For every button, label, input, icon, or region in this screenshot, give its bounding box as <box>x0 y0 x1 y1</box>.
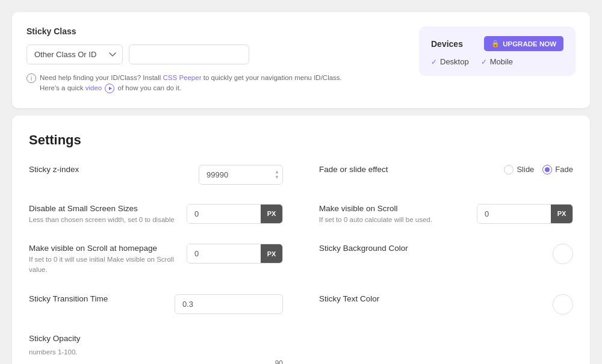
sticky-opacity-row: Sticky Opacity numbers 1-100. 90 <box>29 334 283 364</box>
sticky-zindex-label-group: Sticky z-index <box>29 165 189 176</box>
disable-small-row: Disable at Small Screen Sizes Less than … <box>29 204 283 225</box>
settings-grid: Sticky z-index 99990 ▲ ▼ Fade or slide e… <box>29 165 573 275</box>
radio-group: Slide Fade <box>504 165 573 174</box>
sticky-zindex-row: Sticky z-index 99990 ▲ ▼ <box>29 165 283 185</box>
radio-fade-label: Fade <box>555 165 573 174</box>
sticky-zindex-label: Sticky z-index <box>29 165 189 174</box>
class-text-input[interactable] <box>129 45 249 64</box>
make-visible-homepage-desc: If set to 0 it will use initial Make vis… <box>29 254 177 274</box>
sticky-text-color-control <box>553 294 573 315</box>
make-visible-scroll-label: Make visible on Scroll <box>319 204 467 213</box>
sticky-opacity-label: Sticky Opacity <box>29 334 283 343</box>
class-dropdown[interactable]: Other Class Or ID <box>26 45 123 64</box>
sticky-opacity-slider-wrap: 90 <box>29 359 283 364</box>
sticky-text-color-picker[interactable] <box>553 294 573 315</box>
info-text: Need help finding your ID/Class? Install… <box>40 73 342 94</box>
info-icon: i <box>26 73 36 83</box>
device-desktop[interactable]: ✓ Desktop <box>431 57 469 66</box>
disable-small-input[interactable] <box>187 205 261 223</box>
sticky-opacity-value: 90 <box>29 359 283 364</box>
lock-icon: 🔒 <box>491 40 500 48</box>
make-visible-scroll-desc: If set to 0 auto calculate will be used. <box>319 215 467 225</box>
make-visible-scroll-control: PX <box>477 204 573 224</box>
radio-slide[interactable]: Slide <box>504 165 534 174</box>
make-visible-homepage-input[interactable] <box>187 244 261 263</box>
make-visible-homepage-px-group: PX <box>187 244 283 264</box>
info-row: i Need help finding your ID/Class? Insta… <box>26 73 395 94</box>
settings-bottom-grid: Sticky Transition Time Sticky Text Color… <box>29 294 573 364</box>
devices-header: Devices 🔒 UPGRADE NOW <box>431 36 563 51</box>
fade-slide-label-group: Fade or slide effect <box>319 165 494 176</box>
make-visible-homepage-control: PX <box>187 244 283 264</box>
mobile-label: Mobile <box>490 57 513 66</box>
radio-slide-circle <box>504 165 514 174</box>
play-icon <box>105 84 114 93</box>
devices-section: Devices 🔒 UPGRADE NOW ✓ Desktop ✓ Mobile <box>419 26 576 76</box>
transition-time-control <box>175 294 283 314</box>
sticky-bg-color-row: Sticky Background Color <box>319 244 573 274</box>
sticky-text-color-label: Sticky Text Color <box>319 294 543 303</box>
make-visible-scroll-px-group: PX <box>477 204 573 224</box>
devices-options: ✓ Desktop ✓ Mobile <box>431 57 563 66</box>
zindex-input[interactable]: 99990 <box>199 165 283 185</box>
spin-buttons: ▲ ▼ <box>275 170 279 180</box>
fade-slide-row: Fade or slide effect Slide Fade <box>319 165 573 185</box>
dropdown-row: Other Class Or ID <box>26 45 395 64</box>
make-visible-scroll-label-group: Make visible on Scroll If set to 0 auto … <box>319 204 467 225</box>
sticky-opacity-desc: numbers 1-100. <box>29 347 283 357</box>
sticky-bg-color-picker[interactable] <box>553 244 573 264</box>
settings-card: Settings Sticky z-index 99990 ▲ ▼ <box>12 116 590 365</box>
css-peeper-link[interactable]: CSS Peeper <box>163 74 202 81</box>
sticky-text-color-label-group: Sticky Text Color <box>319 294 543 305</box>
upgrade-button[interactable]: 🔒 UPGRADE NOW <box>484 36 563 51</box>
disable-small-desc: Less than chosen screen width, set 0 to … <box>29 215 177 225</box>
make-visible-scroll-row: Make visible on Scroll If set to 0 auto … <box>319 204 573 225</box>
transition-time-input[interactable] <box>175 294 283 314</box>
sticky-bg-color-label-group: Sticky Background Color <box>319 244 543 254</box>
spin-down[interactable]: ▼ <box>275 175 279 180</box>
disable-small-px-label: PX <box>261 205 282 223</box>
make-visible-homepage-label-group: Make visible on Scroll at homepage If se… <box>29 244 177 274</box>
sticky-zindex-control: 99990 ▲ ▼ <box>199 165 283 185</box>
transition-time-label-group: Sticky Transition Time <box>29 294 165 305</box>
sticky-bg-color-control <box>553 244 573 264</box>
zindex-input-wrap: 99990 ▲ ▼ <box>199 165 283 185</box>
sticky-class-title: Sticky Class <box>26 26 395 36</box>
desktop-check-icon: ✓ <box>431 58 437 66</box>
transition-time-label: Sticky Transition Time <box>29 294 165 303</box>
settings-title: Settings <box>29 132 573 148</box>
sticky-class-left: Sticky Class Other Class Or ID i Need he… <box>26 26 395 94</box>
make-visible-homepage-label: Make visible on Scroll at homepage <box>29 244 177 253</box>
disable-small-label: Disable at Small Screen Sizes <box>29 204 177 213</box>
radio-fade[interactable]: Fade <box>542 165 573 174</box>
sticky-text-color-row: Sticky Text Color <box>319 294 573 315</box>
desktop-label: Desktop <box>440 57 469 66</box>
fade-slide-control: Slide Fade <box>504 165 573 174</box>
mobile-check-icon: ✓ <box>481 58 487 66</box>
radio-slide-label: Slide <box>517 165 534 174</box>
disable-small-control: PX <box>187 204 283 224</box>
devices-title: Devices <box>431 39 463 49</box>
disable-small-px-group: PX <box>187 204 283 224</box>
fade-slide-label: Fade or slide effect <box>319 165 494 174</box>
radio-fade-circle <box>542 165 552 174</box>
device-mobile[interactable]: ✓ Mobile <box>481 57 513 66</box>
video-link[interactable]: video <box>85 84 116 91</box>
spin-up[interactable]: ▲ <box>275 170 279 174</box>
sticky-class-card: Sticky Class Other Class Or ID i Need he… <box>12 12 590 108</box>
make-visible-scroll-input[interactable] <box>477 205 551 223</box>
transition-time-row: Sticky Transition Time <box>29 294 283 315</box>
make-visible-scroll-px-label: PX <box>551 205 573 223</box>
make-visible-homepage-row: Make visible on Scroll at homepage If se… <box>29 244 283 274</box>
disable-small-label-group: Disable at Small Screen Sizes Less than … <box>29 204 177 225</box>
sticky-bg-color-label: Sticky Background Color <box>319 244 543 253</box>
make-visible-homepage-px-label: PX <box>261 244 282 263</box>
